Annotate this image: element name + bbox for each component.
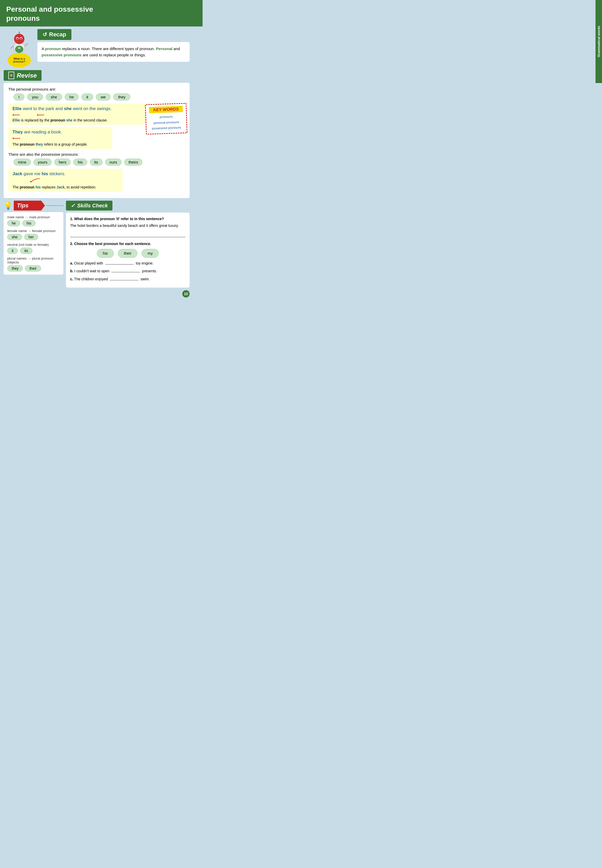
recap-possessive-word: possessive pronouns: [41, 53, 81, 57]
pill-her-tip: her: [24, 234, 38, 240]
revise-icon: ≡: [8, 72, 14, 79]
pill-she: she: [46, 93, 62, 101]
tips-arrow-shape: Tips: [14, 201, 45, 211]
recap-text-part4: are used to replace people or things.: [81, 53, 146, 57]
tips-banner: 💡 Tips: [4, 201, 63, 211]
pill-it: it: [81, 93, 93, 101]
question2: 2. Choose the best pronoun for each sent…: [70, 241, 186, 282]
q1-passage: The hotel borders a beautiful sandy beac…: [70, 223, 186, 228]
svg-point-6: [17, 38, 18, 40]
recap-text-part1: A: [41, 46, 45, 51]
pill-his-tip: his: [22, 220, 36, 227]
example2-sentence: They are reading a book.: [12, 130, 108, 135]
example3-box: Jack gave me his stickers. The pronoun h…: [8, 169, 123, 192]
key-words-title: KEY WORDS: [149, 106, 183, 113]
possessive-intro: There are also the possessive pronouns:: [8, 152, 185, 156]
tip-male-label: male name → male pronoun: [7, 215, 60, 219]
tip-male-pills: he his: [7, 220, 60, 227]
recap-content-area: ↺ Recap A pronoun replaces a noun. There…: [37, 29, 190, 62]
pill-he-tip: he: [7, 220, 20, 227]
pill-theirs: theirs: [124, 159, 143, 165]
pill-my-choice: my: [141, 249, 159, 258]
page-num-badge: 10: [182, 290, 190, 297]
tip-row-female: female name → female pronoun she her: [7, 229, 60, 240]
q1-answer-line[interactable]: [70, 232, 186, 237]
robot-icon: [9, 32, 29, 55]
page-title: Personal and possessive pronouns: [6, 5, 197, 23]
recap-text-part3: and: [172, 46, 180, 51]
lightbulb-icon: 💡: [4, 201, 13, 210]
recap-section: What is a pronoun? ↺ Recap A pronoun rep…: [4, 29, 190, 67]
possessive-pronoun-row: mine yours hers his its ours theirs: [8, 159, 185, 165]
tip-female-label: female name → female pronoun: [7, 229, 60, 233]
svg-point-12: [15, 46, 23, 53]
red-arrow2-icon: [37, 112, 45, 118]
main-content: What is a pronoun? ↺ Recap A pronoun rep…: [0, 26, 203, 303]
svg-marker-17: [37, 114, 38, 116]
pill-their-tip: their: [25, 265, 41, 271]
tip-plural-pills: they their: [7, 265, 60, 271]
recap-banner: ↺ Recap: [37, 29, 71, 40]
tips-section: 💡 Tips male name → male pronoun he his: [4, 201, 63, 288]
pill-it-tip: it: [7, 248, 18, 254]
tips-content-box: male name → male pronoun he his female n…: [4, 212, 63, 275]
header: Personal and possessive pronouns: [0, 0, 203, 26]
pill-she-tip: she: [7, 234, 22, 240]
red-arrow4-icon: [28, 178, 41, 183]
sub-question-c: c. The children enjoyed swim.: [70, 276, 186, 282]
revise-section: ≡ Revise KEY WORDS pronounspersonal pron…: [4, 70, 190, 198]
pill-i: I: [14, 93, 25, 101]
pill-his-choice: his: [97, 249, 114, 258]
tip-plural-label: plural names → plural pronoun /objects: [7, 256, 60, 264]
q1-text: 1. What does the pronoun 'it' refer to i…: [70, 216, 186, 222]
pill-we: we: [96, 93, 111, 101]
pill-hers: hers: [54, 159, 71, 165]
personal-pronoun-row: I you she he it we they: [8, 93, 185, 101]
page-number: 10: [4, 290, 190, 297]
svg-point-7: [20, 38, 22, 40]
pill-they: they: [113, 93, 131, 101]
tip-neutral-pills: it its: [7, 248, 60, 254]
sub-question-a: a. Oscar played with toy engine.: [70, 260, 186, 266]
pill-they-tip: they: [7, 265, 23, 271]
recap-text-box: A pronoun replaces a noun. There are dif…: [37, 42, 190, 62]
dotted-line: [46, 205, 63, 206]
key-words-box: KEY WORDS pronounspersonal pronounsposse…: [145, 103, 187, 135]
example2-box: They are reading a book. The pronoun the…: [8, 127, 112, 149]
pill-mine: mine: [14, 159, 31, 165]
blank-c[interactable]: [110, 280, 138, 280]
tip-female-pills: she her: [7, 234, 60, 240]
red-arrow-icon: [12, 112, 20, 118]
pill-ours: ours: [105, 159, 121, 165]
revise-white-box: KEY WORDS pronounspersonal pronounsposse…: [4, 83, 190, 198]
tip-neutral-label: neutral (not male or female): [7, 243, 60, 246]
pill-their-choice: their: [118, 249, 137, 258]
tip-row-male: male name → male pronoun he his: [7, 215, 60, 227]
svg-line-8: [11, 46, 14, 49]
checkmark-icon: ✓: [71, 202, 75, 209]
svg-marker-15: [12, 114, 14, 116]
pill-yours: yours: [34, 159, 52, 165]
pill-his: his: [73, 159, 87, 165]
personal-intro: The personal pronouns are:: [8, 87, 185, 91]
recap-icon: ↺: [43, 31, 47, 38]
blank-a[interactable]: [105, 264, 134, 265]
question1: 1. What does the pronoun 'it' refer to i…: [70, 216, 186, 237]
key-words-list: pronounspersonal pronounspossessive pron…: [149, 114, 183, 132]
example3-note: The pronoun his replaces Jack, to avoid …: [12, 185, 118, 189]
red-arrow3-icon: [12, 136, 20, 141]
example3-sentence: Jack gave me his stickers.: [12, 171, 118, 176]
skills-check-banner: ✓ Skills Check: [66, 201, 112, 211]
sub-question-b: b. I couldn't wait to open presents.: [70, 268, 186, 274]
pill-he: he: [64, 93, 79, 101]
recap-personal-word: Personal: [156, 46, 172, 51]
pill-its: its: [90, 159, 103, 165]
svg-line-9: [25, 43, 28, 46]
svg-marker-18: [12, 137, 14, 139]
skills-check-section: ✓ Skills Check 1. What does the pronoun …: [66, 201, 190, 288]
tip-row-neutral: neutral (not male or female) it its: [7, 243, 60, 254]
svg-point-3: [19, 32, 20, 33]
example2-note: The pronoun they refers to a group of pe…: [12, 142, 108, 146]
example3-arrow: [28, 178, 118, 184]
svg-rect-13: [18, 47, 20, 49]
